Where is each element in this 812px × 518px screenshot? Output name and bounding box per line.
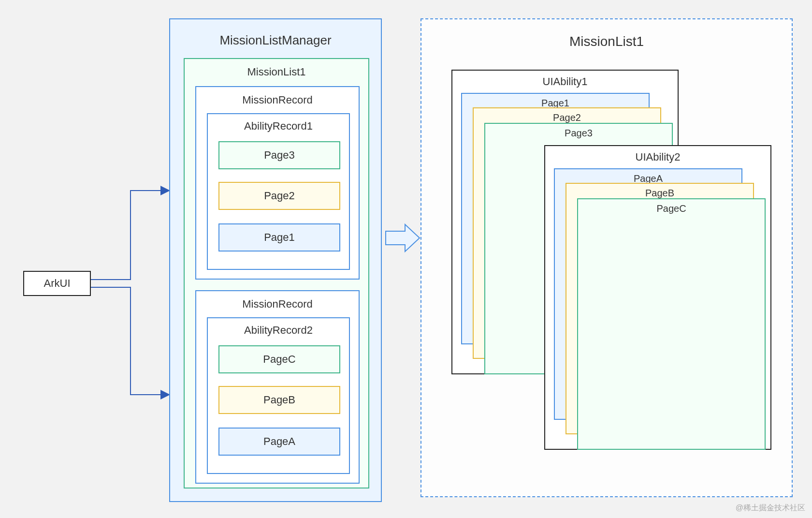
mission-list-box-right: MissionList1 UIAbility1 Page1 Page2 Page… [420,18,793,497]
ui-ability-title: UIAbility2 [545,146,770,163]
page-label: Page1 [541,98,569,108]
page-label: PageB [263,394,295,406]
page-label: Page2 [553,112,581,123]
page-label: Page3 [565,128,593,138]
ui-ability-box: UIAbility2 PageA PageB PageC [544,145,771,450]
page-box: PageB [218,386,340,414]
page-box: Page3 [218,141,340,169]
page-label: Page3 [264,149,295,162]
mission-list-manager-title: MissionListManager [170,19,381,48]
mission-list-box-left: MissionList1 MissionRecord AbilityRecord… [184,58,369,488]
ability-record-box: AbilityRecord1 Page3 Page2 Page1 [207,113,350,270]
page-label: PageC [656,203,686,214]
page-label: Page1 [264,231,295,244]
ability-record-title: AbilityRecord2 [208,318,349,337]
page-box: Page1 [218,223,340,252]
mission-list-title-right: MissionList1 [421,19,792,49]
arkui-label: ArkUI [44,277,71,290]
arkui-box: ArkUI [23,271,91,296]
ability-record-box: AbilityRecord2 PageC PageB PageA [207,317,350,474]
page-box: Page2 [218,182,340,210]
mission-list-manager-box: MissionListManager MissionList1 MissionR… [169,18,382,502]
mission-record-box: MissionRecord AbilityRecord2 PageC PageB… [195,290,360,484]
page-box: PageA [218,428,340,456]
ability-record-title: AbilityRecord1 [208,114,349,133]
mission-record-title: MissionRecord [196,87,359,106]
page-box: PageC [218,345,340,373]
page-label: Page2 [264,190,295,202]
page-card: PageC [577,198,766,450]
page-label: PageA [263,435,295,448]
mission-record-title: MissionRecord [196,291,359,311]
watermark: @稀土掘金技术社区 [736,503,805,513]
ui-ability-title: UIAbility1 [452,71,678,88]
page-label: PageB [645,188,674,198]
page-label: PageC [263,353,295,366]
page-label: PageA [634,173,663,184]
mission-list-title-left: MissionList1 [185,59,368,78]
mission-record-box: MissionRecord AbilityRecord1 Page3 Page2… [195,86,360,280]
